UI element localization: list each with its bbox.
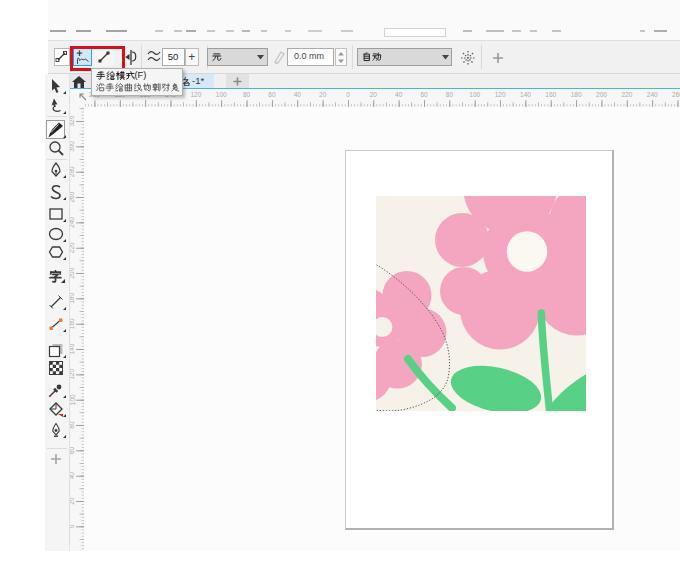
svg-text:120: 120 — [190, 91, 201, 98]
svg-text:220: 220 — [70, 242, 76, 253]
svg-text:320: 320 — [70, 115, 76, 126]
svg-text:100: 100 — [469, 91, 480, 98]
svg-text:300: 300 — [70, 141, 76, 152]
svg-text:120: 120 — [495, 91, 506, 98]
svg-text:0: 0 — [70, 524, 76, 528]
svg-text:140: 140 — [70, 343, 76, 354]
svg-text:260: 260 — [70, 191, 76, 202]
svg-text:40: 40 — [70, 472, 76, 480]
svg-text:20: 20 — [70, 497, 76, 505]
svg-text:60: 60 — [70, 446, 76, 454]
svg-text:220: 220 — [621, 91, 632, 98]
svg-text:160: 160 — [70, 318, 76, 329]
svg-text:40: 40 — [294, 91, 302, 98]
svg-text:0: 0 — [346, 91, 350, 98]
svg-text:80: 80 — [446, 91, 454, 98]
svg-text:160: 160 — [545, 91, 556, 98]
svg-text:120: 120 — [70, 369, 76, 380]
svg-text:60: 60 — [420, 91, 428, 98]
svg-text:200: 200 — [596, 91, 607, 98]
svg-text:260: 260 — [672, 91, 680, 98]
svg-text:80: 80 — [243, 91, 251, 98]
svg-text:200: 200 — [70, 267, 76, 278]
svg-text:60: 60 — [268, 91, 276, 98]
svg-text:180: 180 — [571, 91, 582, 98]
svg-text:140: 140 — [520, 91, 531, 98]
svg-text:280: 280 — [70, 166, 76, 177]
svg-text:240: 240 — [647, 91, 658, 98]
svg-text:80: 80 — [70, 421, 76, 429]
svg-text:100: 100 — [70, 394, 76, 405]
svg-text:20: 20 — [319, 91, 327, 98]
svg-text:100: 100 — [216, 91, 227, 98]
svg-text:40: 40 — [395, 91, 403, 98]
svg-text:20: 20 — [370, 91, 378, 98]
svg-text:180: 180 — [70, 293, 76, 304]
svg-text:240: 240 — [70, 217, 76, 228]
